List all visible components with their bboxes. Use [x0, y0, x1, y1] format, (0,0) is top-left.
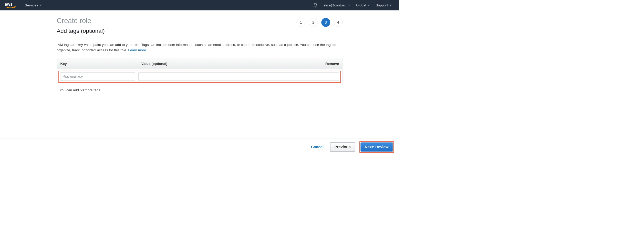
page-title: Create role	[57, 17, 105, 25]
cancel-button[interactable]: Cancel	[309, 143, 326, 151]
caret-down-icon	[368, 5, 370, 6]
col-header-remove: Remove	[317, 62, 339, 66]
support-menu[interactable]: Support	[373, 3, 394, 7]
description-text: IAM tags are key-value pairs you can add…	[57, 43, 336, 52]
account-label: alice@contoso	[324, 3, 347, 7]
tags-table: Key Value (optional) Remove	[57, 59, 342, 85]
aws-logo[interactable]: aws	[5, 2, 17, 8]
services-menu[interactable]: Services	[22, 3, 45, 7]
region-menu[interactable]: Global	[353, 3, 373, 7]
tags-remaining-hint: You can add 50 more tags.	[60, 88, 343, 92]
step-3[interactable]: 3	[321, 18, 330, 27]
col-header-key: Key	[60, 62, 141, 66]
step-2[interactable]: 2	[309, 18, 318, 27]
caret-down-icon	[348, 5, 350, 6]
page-subtitle: Add tags (optional)	[57, 27, 105, 34]
support-label: Support	[376, 3, 388, 7]
tag-row	[58, 71, 341, 83]
previous-button[interactable]: Previous	[330, 143, 355, 152]
col-header-value: Value (optional)	[141, 62, 317, 66]
next-review-button[interactable]: Next: Review	[360, 143, 393, 152]
wizard-steps: 1 2 3 4	[297, 18, 343, 27]
step-1[interactable]: 1	[297, 18, 306, 27]
tag-value-input[interactable]	[138, 73, 339, 81]
services-label: Services	[25, 3, 38, 7]
svg-text:aws: aws	[5, 2, 13, 6]
description: IAM tags are key-value pairs you can add…	[57, 42, 342, 53]
learn-more-link[interactable]: Learn more	[128, 48, 146, 52]
region-label: Global	[356, 3, 366, 7]
caret-down-icon	[389, 5, 392, 6]
next-button-highlight: Next: Review	[359, 141, 394, 153]
wizard-footer: Cancel Previous Next: Review	[0, 138, 399, 156]
tag-key-input[interactable]	[60, 73, 135, 81]
step-4[interactable]: 4	[334, 18, 343, 27]
account-menu[interactable]: alice@contoso	[321, 3, 353, 7]
notifications-icon[interactable]	[310, 3, 321, 8]
top-nav: aws Services alice@contoso Global Suppor…	[0, 0, 399, 10]
tags-table-header: Key Value (optional) Remove	[57, 59, 342, 69]
caret-down-icon	[40, 5, 42, 6]
